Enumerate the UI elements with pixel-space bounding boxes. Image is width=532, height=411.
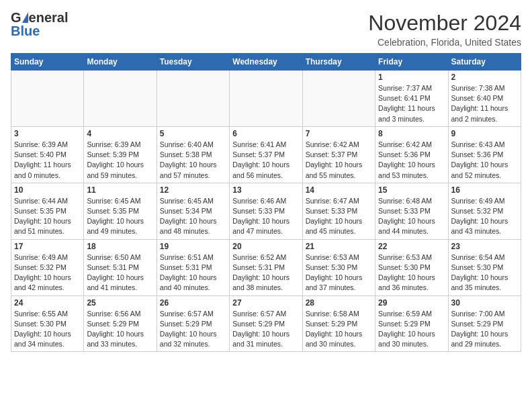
calendar-week-1: 1Sunrise: 7:37 AM Sunset: 6:41 PM Daylig…	[11, 71, 521, 127]
day-info: Sunrise: 6:47 AM Sunset: 5:33 PM Dayligh…	[306, 196, 372, 237]
calendar-cell: 25Sunrise: 6:56 AM Sunset: 5:29 PM Dayli…	[84, 295, 157, 352]
calendar-cell: 17Sunrise: 6:49 AM Sunset: 5:32 PM Dayli…	[11, 239, 84, 295]
day-info: Sunrise: 6:44 AM Sunset: 5:35 PM Dayligh…	[14, 196, 81, 237]
weekday-header-monday: Monday	[84, 54, 157, 71]
day-info: Sunrise: 6:45 AM Sunset: 5:34 PM Dayligh…	[160, 196, 226, 237]
calendar-cell: 13Sunrise: 6:46 AM Sunset: 5:33 PM Dayli…	[230, 183, 302, 239]
location-text: Celebration, Florida, United States	[368, 37, 521, 48]
calendar-cell	[84, 71, 157, 127]
calendar-cell: 23Sunrise: 6:54 AM Sunset: 5:30 PM Dayli…	[448, 239, 521, 295]
calendar-cell: 6Sunrise: 6:41 AM Sunset: 5:37 PM Daylig…	[230, 126, 302, 183]
day-info: Sunrise: 6:57 AM Sunset: 5:29 PM Dayligh…	[232, 309, 299, 350]
calendar-table: SundayMondayTuesdayWednesdayThursdayFrid…	[11, 53, 521, 352]
day-number: 10	[14, 185, 81, 195]
day-info: Sunrise: 6:53 AM Sunset: 5:30 PM Dayligh…	[306, 253, 372, 293]
calendar-cell: 18Sunrise: 6:50 AM Sunset: 5:31 PM Dayli…	[84, 239, 157, 295]
day-info: Sunrise: 7:00 AM Sunset: 5:29 PM Dayligh…	[451, 309, 518, 350]
logo: G eneral Blue	[11, 11, 69, 38]
calendar-cell	[157, 71, 229, 127]
calendar-cell: 1Sunrise: 7:37 AM Sunset: 6:41 PM Daylig…	[375, 71, 448, 127]
logo-general-g: G	[11, 11, 21, 24]
page-header: G eneral Blue November 2024 Celebration,…	[11, 11, 521, 48]
weekday-header-row: SundayMondayTuesdayWednesdayThursdayFrid…	[11, 54, 521, 71]
day-number: 6	[232, 129, 299, 138]
calendar-cell: 16Sunrise: 6:49 AM Sunset: 5:32 PM Dayli…	[448, 183, 521, 239]
calendar-cell: 7Sunrise: 6:42 AM Sunset: 5:37 PM Daylig…	[302, 126, 375, 183]
day-info: Sunrise: 6:56 AM Sunset: 5:29 PM Dayligh…	[87, 309, 153, 350]
day-info: Sunrise: 6:49 AM Sunset: 5:32 PM Dayligh…	[14, 253, 81, 293]
logo-triangle-icon	[22, 12, 28, 23]
calendar-cell: 27Sunrise: 6:57 AM Sunset: 5:29 PM Dayli…	[230, 295, 302, 352]
day-info: Sunrise: 6:55 AM Sunset: 5:30 PM Dayligh…	[14, 309, 81, 350]
month-title: November 2024	[368, 11, 521, 36]
day-info: Sunrise: 6:43 AM Sunset: 5:36 PM Dayligh…	[451, 140, 518, 181]
day-number: 22	[378, 242, 445, 251]
day-number: 27	[232, 298, 299, 308]
day-number: 21	[306, 242, 372, 251]
calendar-cell: 9Sunrise: 6:43 AM Sunset: 5:36 PM Daylig…	[448, 126, 521, 183]
day-info: Sunrise: 6:40 AM Sunset: 5:38 PM Dayligh…	[160, 140, 226, 181]
calendar-cell: 11Sunrise: 6:45 AM Sunset: 5:35 PM Dayli…	[84, 183, 157, 239]
calendar-cell: 22Sunrise: 6:53 AM Sunset: 5:30 PM Dayli…	[375, 239, 448, 295]
calendar-week-2: 3Sunrise: 6:39 AM Sunset: 5:40 PM Daylig…	[11, 126, 521, 183]
day-number: 15	[378, 185, 445, 195]
logo-blue-text: Blue	[11, 24, 69, 38]
day-number: 20	[232, 242, 299, 251]
day-number: 26	[160, 298, 226, 308]
day-info: Sunrise: 6:49 AM Sunset: 5:32 PM Dayligh…	[451, 196, 518, 237]
day-info: Sunrise: 6:50 AM Sunset: 5:31 PM Dayligh…	[87, 253, 153, 293]
calendar-week-5: 24Sunrise: 6:55 AM Sunset: 5:30 PM Dayli…	[11, 295, 521, 352]
calendar-cell	[302, 71, 375, 127]
day-info: Sunrise: 7:37 AM Sunset: 6:41 PM Dayligh…	[378, 83, 445, 124]
day-info: Sunrise: 6:51 AM Sunset: 5:31 PM Dayligh…	[160, 253, 226, 293]
day-number: 13	[232, 185, 299, 195]
logo-general-rest: eneral	[29, 11, 69, 24]
day-number: 9	[451, 129, 518, 138]
day-number: 14	[306, 185, 372, 195]
day-info: Sunrise: 6:42 AM Sunset: 5:36 PM Dayligh…	[378, 140, 445, 181]
day-number: 24	[14, 298, 81, 308]
calendar-cell: 4Sunrise: 6:39 AM Sunset: 5:39 PM Daylig…	[84, 126, 157, 183]
day-number: 12	[160, 185, 226, 195]
calendar-cell: 3Sunrise: 6:39 AM Sunset: 5:40 PM Daylig…	[11, 126, 84, 183]
calendar-cell: 8Sunrise: 6:42 AM Sunset: 5:36 PM Daylig…	[375, 126, 448, 183]
day-number: 29	[378, 298, 445, 308]
day-number: 8	[378, 129, 445, 138]
day-number: 16	[451, 185, 518, 195]
day-info: Sunrise: 6:46 AM Sunset: 5:33 PM Dayligh…	[232, 196, 299, 237]
calendar-week-4: 17Sunrise: 6:49 AM Sunset: 5:32 PM Dayli…	[11, 239, 521, 295]
day-info: Sunrise: 6:59 AM Sunset: 5:29 PM Dayligh…	[378, 309, 445, 350]
calendar-cell: 26Sunrise: 6:57 AM Sunset: 5:29 PM Dayli…	[157, 295, 229, 352]
day-number: 1	[378, 73, 445, 82]
calendar-cell	[11, 71, 84, 127]
day-number: 2	[451, 73, 518, 82]
weekday-header-wednesday: Wednesday	[230, 54, 302, 71]
weekday-header-tuesday: Tuesday	[157, 54, 229, 71]
day-number: 23	[451, 242, 518, 251]
day-number: 19	[160, 242, 226, 251]
day-number: 30	[451, 298, 518, 308]
day-number: 5	[160, 129, 226, 138]
weekday-header-saturday: Saturday	[448, 54, 521, 71]
calendar-cell: 19Sunrise: 6:51 AM Sunset: 5:31 PM Dayli…	[157, 239, 229, 295]
calendar-cell: 24Sunrise: 6:55 AM Sunset: 5:30 PM Dayli…	[11, 295, 84, 352]
day-number: 18	[87, 242, 153, 251]
calendar-cell: 21Sunrise: 6:53 AM Sunset: 5:30 PM Dayli…	[302, 239, 375, 295]
calendar-cell: 30Sunrise: 7:00 AM Sunset: 5:29 PM Dayli…	[448, 295, 521, 352]
calendar-cell: 20Sunrise: 6:52 AM Sunset: 5:31 PM Dayli…	[230, 239, 302, 295]
day-info: Sunrise: 6:45 AM Sunset: 5:35 PM Dayligh…	[87, 196, 153, 237]
day-info: Sunrise: 6:53 AM Sunset: 5:30 PM Dayligh…	[378, 253, 445, 293]
calendar-cell: 10Sunrise: 6:44 AM Sunset: 5:35 PM Dayli…	[11, 183, 84, 239]
title-area: November 2024 Celebration, Florida, Unit…	[368, 11, 521, 48]
calendar-cell: 5Sunrise: 6:40 AM Sunset: 5:38 PM Daylig…	[157, 126, 229, 183]
day-info: Sunrise: 6:58 AM Sunset: 5:29 PM Dayligh…	[306, 309, 372, 350]
day-number: 25	[87, 298, 153, 308]
calendar-week-3: 10Sunrise: 6:44 AM Sunset: 5:35 PM Dayli…	[11, 183, 521, 239]
weekday-header-sunday: Sunday	[11, 54, 84, 71]
calendar-cell: 2Sunrise: 7:38 AM Sunset: 6:40 PM Daylig…	[448, 71, 521, 127]
calendar-cell	[230, 71, 302, 127]
day-number: 28	[306, 298, 372, 308]
day-number: 4	[87, 129, 153, 138]
day-number: 11	[87, 185, 153, 195]
day-number: 7	[306, 129, 372, 138]
